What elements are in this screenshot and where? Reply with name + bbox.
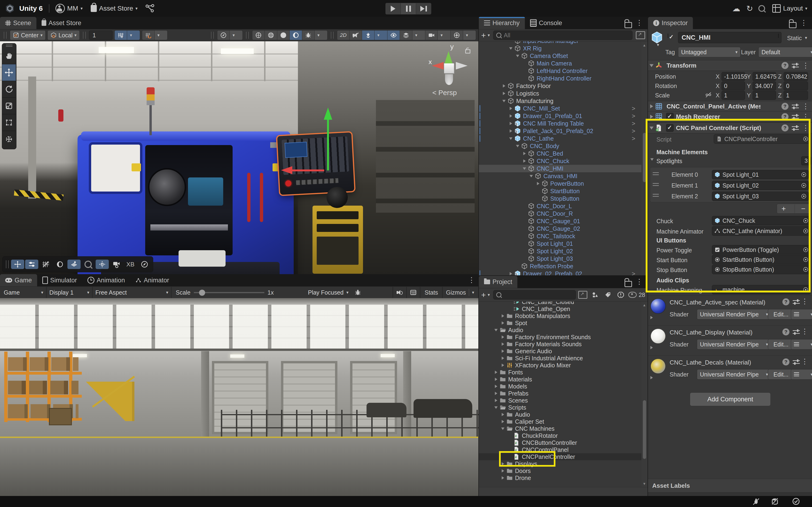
- search-by-label-button[interactable]: [602, 290, 613, 299]
- static-dropdown-icon[interactable]: ▾: [805, 35, 807, 40]
- edit-shader-button[interactable]: Edit...: [768, 369, 794, 380]
- search-importance-button[interactable]: [615, 290, 626, 299]
- stats-button[interactable]: Stats: [420, 289, 442, 296]
- tab-scene[interactable]: Scene: [0, 17, 37, 29]
- presets-icon[interactable]: [792, 62, 799, 68]
- move-tool-button[interactable]: [2, 64, 16, 81]
- project-item-factory-environment-sounds[interactable]: Factory Environment Sounds: [479, 334, 642, 341]
- drag-handle-icon[interactable]: [653, 183, 659, 186]
- expand-arrow-icon[interactable]: [514, 144, 521, 148]
- help-icon[interactable]: ?: [781, 113, 789, 120]
- presets-icon[interactable]: [793, 329, 800, 335]
- hierarchy-item-pallet-jack-01-prefab-02[interactable]: Pallet_Jack_01_Prefab_02>: [479, 127, 642, 135]
- history-icon[interactable]: ↻: [746, 4, 753, 13]
- rotation-y-field[interactable]: 34.007: [753, 81, 776, 91]
- hierarchy-item-cnc-chuck[interactable]: CNC_Chuck: [479, 157, 642, 165]
- grid-snap-size-field[interactable]: 1: [89, 31, 112, 40]
- spotlights-foldout[interactable]: [649, 158, 656, 161]
- effects-dropdown[interactable]: ▾: [374, 30, 388, 40]
- project-item-cncpanelcontroller[interactable]: #CNCPanelController: [479, 453, 642, 460]
- help-icon[interactable]: ?: [781, 62, 789, 69]
- camera-preview-button[interactable]: [110, 260, 123, 269]
- camera-overlay-button[interactable]: [425, 30, 438, 40]
- hierarchy-item-canvas-hmi[interactable]: Canvas_HMI: [479, 172, 642, 180]
- expand-arrow-icon[interactable]: [507, 114, 514, 118]
- start-button-object-field[interactable]: StartButton (Button): [712, 255, 811, 264]
- prefab-open-chevron[interactable]: >: [632, 120, 635, 127]
- toggle-2d-button[interactable]: 2D: [337, 30, 350, 40]
- panel-menu-icon[interactable]: ⋮: [636, 19, 643, 26]
- project-item-displays[interactable]: Displays: [479, 460, 642, 467]
- component-menu-icon[interactable]: ⋮: [801, 298, 808, 305]
- scale-slider[interactable]: [194, 287, 264, 298]
- hierarchy-item-drawer-01-prefab-01[interactable]: Drawer_01_Prefab_01>: [479, 112, 642, 120]
- gizmo-down-cone[interactable]: [445, 74, 453, 85]
- gizmo-y-axis[interactable]: [327, 119, 329, 170]
- scene-viewport[interactable]: XB y x < Persp: [0, 41, 478, 274]
- object-picker-icon[interactable]: [801, 172, 807, 177]
- expand-arrow-icon[interactable]: [521, 151, 528, 156]
- lock-icon[interactable]: [624, 22, 632, 28]
- gizmos-dropdown[interactable]: Gizmos▾: [443, 289, 477, 296]
- project-scrollbar[interactable]: ▲ ▼: [642, 301, 648, 487]
- expand-arrow-icon[interactable]: [507, 129, 514, 133]
- project-item-cnccontrolpanel[interactable]: #CNCControlPanel: [479, 446, 642, 453]
- asset-store-menu[interactable]: Asset Store ▾: [91, 5, 138, 12]
- expand-arrow-icon[interactable]: [499, 427, 506, 431]
- mesh-renderer-header[interactable]: Mesh Renderer ? ⋮: [648, 111, 812, 122]
- tool-handle-position-button[interactable]: Center▾: [10, 30, 46, 40]
- tab-simulator[interactable]: Simulator: [37, 274, 82, 286]
- expand-arrow-icon[interactable]: [507, 121, 514, 126]
- hierarchy-item-cnc-tailstock[interactable]: CNC_Tailstock: [479, 232, 642, 240]
- tab-animation[interactable]: Animation: [82, 274, 130, 286]
- project-item-drone[interactable]: Drone: [479, 474, 642, 482]
- expand-arrow-icon[interactable]: [521, 167, 528, 170]
- expand-arrow-icon[interactable]: [499, 419, 506, 424]
- move-overlay-button[interactable]: [11, 260, 24, 269]
- panel-menu-icon[interactable]: ⋮: [636, 278, 643, 285]
- aspect-dropdown[interactable]: Free Aspect▾: [93, 287, 171, 298]
- display-dropdown[interactable]: Display 1▾: [47, 287, 92, 298]
- hierarchy-item-cnc-door-l[interactable]: CNC_Door_L: [479, 202, 642, 210]
- project-item-models[interactable]: Models: [479, 383, 642, 390]
- project-item-sci-fi-industrial-ambience[interactable]: Sci-Fi Industrial Ambience: [479, 355, 642, 362]
- machine-animator-object-field[interactable]: CNC_Lathe (Animator): [712, 226, 811, 236]
- hidden-count-indicator[interactable]: 28: [628, 291, 645, 298]
- position-x-field[interactable]: -1.10155: [721, 72, 745, 81]
- expand-arrow-icon[interactable]: [514, 54, 521, 58]
- object-picker-icon[interactable]: [803, 218, 808, 223]
- array-size-field[interactable]: 3: [801, 156, 811, 165]
- game-viewport[interactable]: [0, 298, 478, 496]
- panel-menu-icon[interactable]: ⋮: [468, 277, 475, 284]
- create-menu-button[interactable]: +▾: [481, 31, 490, 40]
- hierarchy-item-cnc-gauge-01[interactable]: CNC_Gauge_01: [479, 217, 642, 225]
- tab-asset-store[interactable]: Asset Store: [37, 17, 87, 29]
- layout-menu[interactable]: Layout ▾: [772, 4, 807, 13]
- hierarchy-item-startbutton[interactable]: StartButton: [479, 187, 642, 195]
- shader-dropdown[interactable]: Universal Render Pipe▾: [697, 309, 771, 320]
- component-menu-icon[interactable]: ⋮: [802, 62, 809, 69]
- properties-overlay-button[interactable]: [25, 260, 38, 269]
- material-list-button[interactable]: ▾: [791, 339, 812, 349]
- shading-shaded-wire-button[interactable]: [265, 30, 277, 40]
- stop-button-object-field[interactable]: StopButton (Button): [712, 265, 811, 274]
- tab-console[interactable]: Console: [525, 17, 567, 29]
- hierarchy-scrollbar[interactable]: ▲: [642, 41, 648, 275]
- component-enabled-checkbox[interactable]: [666, 124, 674, 132]
- add-element-button[interactable]: +: [781, 205, 786, 213]
- asset-labels-bar[interactable]: Asset Labels: [648, 479, 812, 493]
- hierarchy-item-cnc-door-r[interactable]: CNC_Door_R: [479, 210, 642, 217]
- grid-overlay-button[interactable]: [39, 260, 52, 269]
- project-item-spot[interactable]: Spot: [479, 320, 642, 327]
- snap-increment-button[interactable]: [142, 30, 155, 40]
- project-item-audio[interactable]: Audio: [479, 327, 642, 334]
- project-item-cnc-lathe-open[interactable]: CNC_Lathe_Open: [479, 305, 642, 313]
- position-z-field[interactable]: 0.70842: [783, 72, 808, 81]
- debug-draw-mode-button[interactable]: [302, 30, 315, 40]
- prefab-dropdown-icon[interactable]: ▾: [657, 42, 659, 47]
- tab-inspector[interactable]: i Inspector: [648, 17, 693, 29]
- expand-arrow-icon[interactable]: [648, 375, 655, 380]
- hierarchy-item-cnc-body[interactable]: CNC_Body: [479, 142, 642, 150]
- expand-arrow-icon[interactable]: [507, 47, 514, 50]
- transform-header[interactable]: Transform ? ⋮: [648, 60, 812, 71]
